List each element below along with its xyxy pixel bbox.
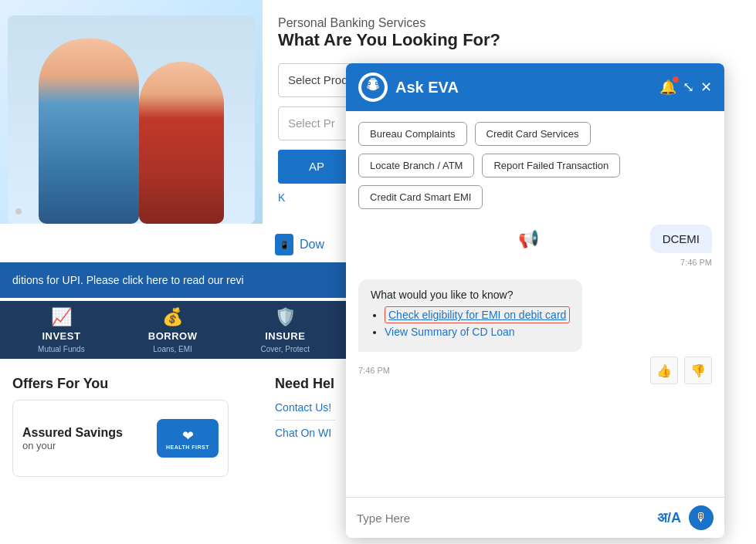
- borrow-icon: 💰: [162, 307, 183, 327]
- eva-quick-options: Bureau Complaints Credit Card Services L…: [346, 111, 724, 215]
- invest-icon: 📈: [51, 307, 72, 327]
- quick-option-credit-card-services[interactable]: Credit Card Services: [475, 122, 591, 146]
- borrow-sublabel: Loans, EMI: [153, 345, 192, 353]
- hero-people: [8, 15, 255, 224]
- thumbs-down-button[interactable]: 👎: [684, 356, 712, 384]
- bot-message-time-row: 7:46 PM 👍 👎: [358, 356, 712, 384]
- nav-item-invest[interactable]: 📈 INVEST Mutual Funds: [38, 307, 85, 353]
- eva-input-icons: अ/A 🎙: [657, 505, 714, 530]
- borrow-label: BORROW: [148, 330, 198, 342]
- carousel-dot: [15, 208, 22, 215]
- offer-text: Assured Savings on your: [22, 426, 147, 451]
- eva-avatar: [358, 73, 388, 102]
- page-title-line1: Personal Banking Services: [278, 15, 595, 30]
- notification-badge: [673, 76, 679, 83]
- bottom-navigation: 📈 INVEST Mutual Funds 💰 BORROW Loans, EM…: [0, 301, 347, 359]
- hero-person-male: [39, 39, 139, 224]
- bot-link-item-1[interactable]: Check eligibility for EMI on debit card: [385, 309, 570, 321]
- health-first-text: HEALTH FIRST: [166, 444, 209, 450]
- bot-message-time: 7:46 PM: [358, 366, 390, 375]
- chat-on-wi-link[interactable]: Chat On WI: [275, 427, 335, 439]
- eva-type-input[interactable]: [357, 512, 649, 525]
- bot-link-item-2[interactable]: View Summary of CD Loan: [385, 326, 570, 338]
- eva-input-area: अ/A 🎙: [346, 497, 724, 538]
- offer-card[interactable]: Assured Savings on your ❤ HEALTH FIRST: [12, 400, 229, 477]
- offer-card-subtitle: on your: [22, 440, 147, 451]
- nav-item-insure[interactable]: 🛡️ INSURE Cover, Protect: [261, 307, 310, 353]
- feedback-buttons: 👍 👎: [650, 356, 712, 384]
- check-eligibility-link[interactable]: Check eligibility for EMI on debit card: [385, 306, 570, 323]
- quick-option-locate-branch-atm[interactable]: Locate Branch / ATM: [358, 154, 474, 177]
- user-bubble-dcemi: DCEMI: [650, 225, 712, 253]
- svg-point-7: [367, 86, 370, 89]
- upi-banner-text: ditions for UPI. Please click here to re…: [12, 274, 244, 286]
- eva-header: Ask EVA 🔔 ⤡ ✕: [346, 63, 724, 111]
- svg-rect-6: [371, 78, 375, 80]
- eva-title-text: Ask EVA: [395, 79, 652, 96]
- bot-bubble-emi: What would you like to know? Check eligi…: [358, 279, 582, 352]
- svg-point-4: [368, 83, 370, 84]
- apply-button[interactable]: AP: [278, 150, 355, 184]
- user-message-time: 7:46 PM: [358, 258, 712, 267]
- upi-banner[interactable]: ditions for UPI. Please click here to re…: [0, 262, 347, 298]
- bot-question-text: What would you like to know?: [371, 289, 570, 301]
- eva-messages-area[interactable]: 📢 DCEMI 7:46 PM What would you like to k…: [346, 215, 724, 497]
- quick-option-bureau-complaints[interactable]: Bureau Complaints: [358, 122, 467, 146]
- notification-emoji: 📢: [518, 229, 539, 249]
- quick-option-credit-card-smart-emi[interactable]: Credit Card Smart EMI: [358, 185, 483, 209]
- hero-image-area: [0, 0, 263, 224]
- eva-avatar-image: [361, 75, 385, 100]
- invest-label: INVEST: [42, 330, 80, 342]
- page-title-line2: What Are You Looking For?: [278, 30, 500, 49]
- thumbs-up-button[interactable]: 👍: [650, 356, 678, 384]
- offers-title: Offers For You: [12, 376, 250, 392]
- download-text: Dow: [300, 238, 324, 252]
- insure-label: INSURE: [265, 330, 305, 342]
- eva-chat-widget: Ask EVA 🔔 ⤡ ✕ Bureau Complaints Credit C…: [346, 63, 724, 538]
- page-title: Personal Banking Services What Are You L…: [278, 15, 595, 51]
- microphone-icon[interactable]: 🎙: [689, 505, 714, 530]
- need-help-title: Need Hel: [275, 376, 335, 392]
- quick-option-report-failed-transaction[interactable]: Report Failed Transaction: [482, 154, 620, 177]
- bell-icon[interactable]: 🔔: [659, 79, 676, 96]
- offers-section: Offers For You Assured Savings on your ❤…: [0, 367, 263, 486]
- svg-point-5: [376, 83, 378, 84]
- contact-us-link[interactable]: Contact Us!: [275, 401, 335, 414]
- invest-sublabel: Mutual Funds: [38, 345, 85, 353]
- health-first-badge: ❤ HEALTH FIRST: [157, 419, 219, 458]
- download-icon: 📱: [275, 234, 293, 255]
- offer-card-title: Assured Savings: [22, 426, 147, 440]
- select-product2-label: Select Pr: [288, 117, 335, 130]
- close-icon[interactable]: ✕: [700, 79, 712, 96]
- insure-icon: 🛡️: [275, 307, 296, 327]
- nav-item-borrow[interactable]: 💰 BORROW Loans, EMI: [148, 307, 198, 353]
- svg-point-8: [376, 86, 379, 89]
- view-summary-link[interactable]: View Summary of CD Loan: [385, 326, 515, 338]
- hero-person-female: [139, 62, 224, 224]
- download-section[interactable]: 📱 Dow: [263, 228, 337, 262]
- bot-links-list: Check eligibility for EMI on debit card …: [371, 309, 570, 338]
- apply-button-label: AP: [309, 160, 324, 173]
- minimize-icon[interactable]: ⤡: [683, 79, 694, 96]
- health-heart-icon: ❤: [182, 427, 194, 444]
- need-help-section: Need Hel Contact Us! Chat On WI: [263, 367, 347, 454]
- bot-message-emi: What would you like to know? Check eligi…: [358, 279, 712, 352]
- divider: [275, 420, 335, 421]
- insure-sublabel: Cover, Protect: [261, 345, 310, 353]
- language-switch-icon[interactable]: अ/A: [657, 510, 681, 526]
- eva-header-icons: 🔔 ⤡ ✕: [659, 79, 712, 96]
